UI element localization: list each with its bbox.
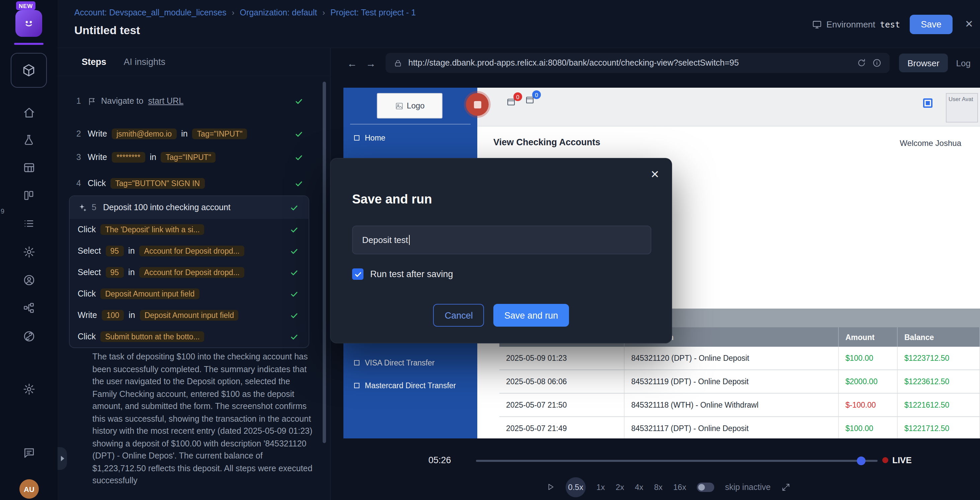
sub-step-row[interactable]: Select 95 in Account for Deposit dropd..…	[70, 240, 309, 262]
check-icon	[290, 225, 299, 234]
browser-toolbar: ← → http://stage.dbank.prod-apps.relicx.…	[331, 48, 980, 78]
play-button[interactable]	[546, 482, 555, 491]
bank-nav-visa-transfer[interactable]: VISA Direct Transfer	[344, 354, 477, 371]
breadcrumb-organization[interactable]: Organization: default	[240, 8, 317, 18]
start-url-link[interactable]: start URL	[148, 96, 183, 106]
speed-8x[interactable]: 8x	[654, 482, 662, 492]
step-row-1[interactable]: 1 Navigate to start URL	[57, 92, 330, 110]
step-row-2[interactable]: 2 Write jsmith@demo.io in Tag="INPUT"	[57, 124, 330, 143]
table-row[interactable]: 2025-05-07 21:49 845321117 (DPT) - Onlin…	[500, 417, 980, 438]
sidebar-item-runs[interactable]	[0, 213, 57, 234]
sidebar-item-integrations[interactable]	[0, 326, 57, 346]
run-after-saving-checkbox[interactable]	[352, 268, 363, 280]
speed-4x[interactable]: 4x	[635, 482, 643, 492]
save-button[interactable]: Save	[909, 14, 953, 34]
top-bar: Account: Devspace_all_module_licenses › …	[57, 0, 980, 48]
selector-chip[interactable]: Tag="INPUT"	[192, 129, 247, 139]
table-row[interactable]: 2025-05-09 01:23 845321120 (DPT) - Onlin…	[500, 347, 980, 370]
table-row[interactable]: 2025-05-07 21:50 845321118 (WTH) - Onlin…	[500, 393, 980, 417]
rail-item-project[interactable]	[11, 53, 47, 88]
selector-chip[interactable]: Account for Deposit dropd...	[140, 246, 244, 256]
playback-controls: 0.5x 1x 2x 4x 8x 16x skip inactive	[546, 476, 791, 497]
nav-bullet-icon	[354, 360, 360, 365]
selector-chip[interactable]: Tag="INPUT"	[161, 152, 216, 162]
sub-step-row[interactable]: Click Deposit Amount input field	[70, 283, 309, 304]
value-chip[interactable]: ********	[112, 152, 145, 162]
speed-1x[interactable]: 1x	[597, 482, 605, 492]
tab-log[interactable]: Log	[956, 58, 970, 68]
step-row-4[interactable]: 4 Click Tag="BUTTON" SIGN IN	[57, 174, 330, 193]
selector-chip[interactable]: Account for Deposit dropd...	[140, 267, 244, 278]
speed-0-5x[interactable]: 0.5x	[566, 477, 586, 497]
skip-inactive-toggle[interactable]	[697, 482, 714, 492]
save-and-run-button[interactable]: Save and run	[494, 304, 569, 326]
bank-page-heading: View Checking Accounts	[493, 137, 600, 147]
selector-chip[interactable]: Submit button at the botto...	[100, 331, 205, 342]
table-row[interactable]: 2025-05-08 06:06 845321119 (DPT) - Onlin…	[500, 370, 980, 393]
sidebar-item-config[interactable]	[0, 242, 57, 262]
tab-browser[interactable]: Browser	[899, 54, 948, 72]
sidebar-item-users[interactable]	[0, 270, 57, 290]
gear-icon	[22, 245, 35, 258]
sub-step-row[interactable]: Write 100 in Deposit Amount input field	[70, 304, 309, 326]
bank-nav-mastercard-transfer[interactable]: Mastercard Direct Transfer	[344, 377, 477, 394]
sub-step-row[interactable]: Click The 'Deposit' link with a si...	[70, 219, 309, 240]
sidebar-item-feedback[interactable]	[0, 443, 57, 462]
modal-close-icon[interactable]: ✕	[650, 168, 659, 181]
step-row-5[interactable]: 5 Deposit 100 into checking account	[70, 196, 309, 219]
app-logo[interactable]	[15, 10, 42, 37]
back-button[interactable]: ←	[343, 57, 361, 68]
test-name-input[interactable]: Deposit test	[352, 226, 651, 254]
value-chip[interactable]: jsmith@demo.io	[112, 129, 177, 139]
sidebar-item-tests[interactable]	[0, 130, 57, 150]
selector-chip[interactable]: Deposit Amount input field	[140, 310, 239, 321]
timeline-track[interactable]	[476, 460, 878, 462]
bank-nav-home[interactable]: Home	[344, 129, 477, 146]
value-chip[interactable]: 95	[106, 246, 124, 256]
tab-steps[interactable]: Steps	[82, 57, 107, 67]
selector-chip[interactable]: The 'Deposit' link with a si...	[100, 224, 204, 235]
notification-window-2[interactable]: 0	[525, 95, 536, 106]
value-chip[interactable]: 95	[106, 267, 124, 278]
test-name-value: Deposit test	[362, 235, 408, 245]
speed-16x[interactable]: 16x	[673, 482, 686, 492]
forward-button[interactable]: →	[361, 57, 380, 68]
sidebar-item-settings[interactable]	[0, 379, 57, 399]
bank-user-avatar[interactable]: User Avat	[946, 93, 978, 123]
selector-chip[interactable]: Deposit Amount input field	[100, 288, 199, 299]
check-icon	[294, 153, 303, 162]
notification-window-1[interactable]: 0	[506, 97, 517, 108]
live-dot-icon	[882, 457, 888, 463]
selector-chip[interactable]: Tag="BUTTON" SIGN IN	[110, 178, 205, 189]
breadcrumb-account[interactable]: Account: Devspace_all_module_licenses	[74, 8, 226, 18]
breadcrumb-project[interactable]: Project: Test project - 1	[330, 8, 416, 18]
info-icon[interactable]	[872, 58, 881, 68]
sub-step-row[interactable]: Select 95 in Account for Deposit dropd..…	[70, 262, 309, 283]
close-icon[interactable]: ✕	[962, 18, 976, 30]
tab-ai-insights[interactable]: AI insights	[124, 57, 165, 67]
sidebar-item-boards[interactable]	[0, 185, 57, 205]
step-row-3[interactable]: 3 Write ******** in Tag="INPUT"	[57, 148, 330, 167]
record-stop-button[interactable]	[466, 93, 488, 116]
select-element-icon[interactable]	[923, 99, 932, 108]
speed-2x[interactable]: 2x	[616, 482, 624, 492]
expand-icon[interactable]	[781, 482, 791, 492]
step-number: 2	[76, 129, 83, 139]
bank-logo-text: Logo	[407, 101, 425, 110]
panel-collapse-handle[interactable]	[57, 447, 67, 470]
refresh-icon[interactable]	[856, 58, 866, 68]
sidebar-item-home[interactable]	[0, 102, 57, 123]
cancel-button[interactable]: Cancel	[433, 304, 484, 326]
settings-gear-icon	[22, 382, 35, 395]
sub-step-row[interactable]: Click Submit button at the botto...	[70, 326, 309, 347]
sidebar-item-workflows[interactable]	[0, 298, 57, 318]
check-icon	[290, 268, 299, 277]
environment-selector[interactable]: Environment test	[811, 19, 900, 29]
value-chip[interactable]: 100	[102, 310, 124, 321]
url-bar[interactable]: http://stage.dbank.prod-apps.relicx.ai:8…	[386, 53, 889, 73]
sidebar-item-suites[interactable]	[0, 157, 57, 177]
playhead[interactable]	[857, 457, 865, 465]
page-title: Untitled test	[74, 24, 140, 38]
user-avatar[interactable]: AU	[19, 479, 39, 498]
step-action: Click	[78, 225, 96, 234]
